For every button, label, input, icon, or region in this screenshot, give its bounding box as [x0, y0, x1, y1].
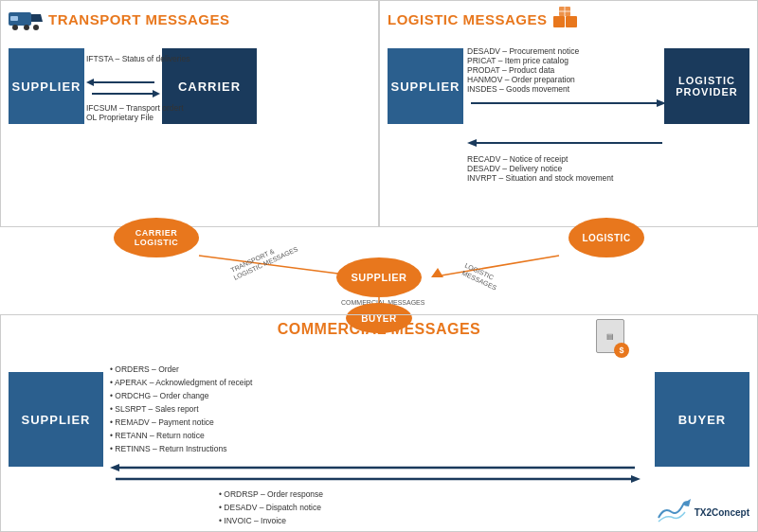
logistic-title: LOGISTIC MESSAGES — [388, 11, 548, 27]
svg-line-19 — [199, 256, 360, 276]
transport-lower-msg-1: IFCSUM – Transport ordert — [86, 103, 190, 113]
transport-upper-msg: IFTSTA – Status of deliveries — [86, 54, 162, 63]
brand-name: TX2Concept — [695, 507, 749, 518]
svg-point-2 — [12, 25, 18, 30]
commercial-title: COMMERCIAL MESSAGES — [278, 321, 481, 338]
tx2-icon — [657, 499, 691, 525]
logistic-header: LOGISTIC MESSAGES — [388, 7, 715, 31]
svg-rect-10 — [553, 16, 565, 27]
transport-section: TRANSPORT MESSAGES SUPPLIER CARRIER IFTS… — [0, 0, 379, 227]
commercial-arrows — [110, 462, 641, 487]
commercial-header: COMMERCIAL MESSAGES — [278, 321, 481, 338]
svg-marker-18 — [467, 139, 477, 147]
transport-title: TRANSPORT MESSAGES — [48, 11, 230, 27]
svg-rect-5 — [10, 16, 18, 21]
logistic-lower-arrow — [467, 135, 666, 151]
svg-marker-31 — [110, 464, 119, 471]
logistic-lower-msgs: RECADV – Notice of receipt DESADV – Deli… — [467, 154, 666, 183]
svg-line-21 — [436, 256, 559, 276]
commercial-upper-messages: • ORDERS – Order • APERAK – Acknowledgme… — [110, 363, 328, 455]
supplier-oval: SUPPLIER — [336, 257, 422, 297]
svg-text:TRANSPORT &: TRANSPORT & — [229, 247, 275, 273]
transport-header: TRANSPORT MESSAGES — [9, 7, 230, 31]
commercial-lower-messages: • ORDRSP – Order response • DESADV – Dis… — [219, 488, 427, 527]
logistic-section: LOGISTIC MESSAGES SUPPLIER LOGISTIC PROV… — [379, 0, 758, 227]
transport-double-arrow — [86, 77, 160, 99]
svg-marker-9 — [153, 90, 160, 98]
svg-marker-1 — [31, 14, 43, 22]
commercial-buyer-box: BUYER — [655, 372, 749, 467]
truck-icon — [9, 7, 43, 31]
commercial-section: COMMERCIAL MESSAGES ▤ $ SUPPLIER BUYER •… — [0, 314, 758, 532]
svg-marker-33 — [631, 475, 641, 483]
svg-point-4 — [33, 25, 39, 30]
logistic-upper-msgs: DESADV – Procurement notice PRICAT – Ite… — [467, 46, 666, 94]
carrier-logistic-oval: CARRIER LOGISTIC — [114, 218, 199, 257]
invoice-icon-area: ▤ $ — [596, 319, 624, 353]
transport-lower-msg-2: OL Proprietary File — [86, 113, 190, 122]
logistic-upper-arrow — [467, 96, 666, 111]
logistic-provider-box: LOGISTIC PROVIDER — [664, 48, 749, 124]
svg-marker-16 — [657, 99, 666, 107]
svg-text:MESSAGES: MESSAGES — [461, 270, 498, 292]
svg-text:LOGISTIC MESSAGES: LOGISTIC MESSAGES — [232, 245, 298, 281]
boxes-icon — [553, 7, 584, 31]
svg-text:LOGISTIC: LOGISTIC — [464, 262, 496, 281]
tx2-logo: TX2Concept — [657, 499, 749, 525]
transport-supplier-box: SUPPLIER — [9, 48, 84, 124]
svg-marker-7 — [86, 79, 94, 86]
svg-rect-11 — [566, 16, 577, 27]
commercial-supplier-box: SUPPLIER — [9, 372, 103, 467]
svg-marker-22 — [431, 268, 443, 277]
logistic-supplier-box: SUPPLIER — [388, 48, 463, 124]
logistic-oval: LOGISTIC — [568, 218, 644, 257]
svg-point-3 — [24, 25, 29, 30]
